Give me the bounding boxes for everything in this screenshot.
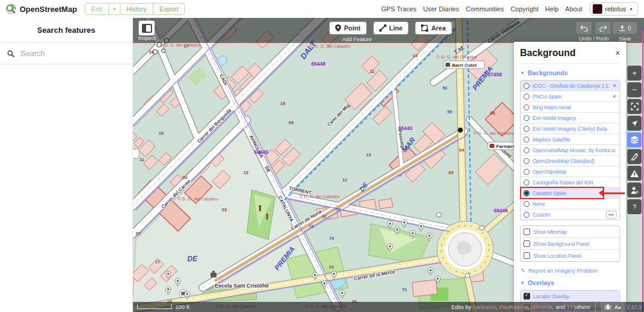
svg-text:11: 11 <box>370 69 374 74</box>
svg-text:Escola Sant Cristòfol: Escola Sant Cristòfol <box>215 283 269 289</box>
contributor-link[interactable]: d3cerda <box>532 304 552 310</box>
checkbox-icon[interactable] <box>524 240 530 247</box>
radio-icon[interactable] <box>524 201 530 207</box>
checkbox-icon[interactable] <box>524 252 530 259</box>
nav-link-copyright[interactable]: Copyright <box>510 5 538 13</box>
favorite-star-icon[interactable]: ★ <box>612 94 617 99</box>
roundabout <box>437 221 493 277</box>
undo-button[interactable] <box>576 22 592 34</box>
nav-link-gps-traces[interactable]: GPS Traces <box>381 5 416 13</box>
inspect-toggle-button[interactable] <box>138 20 155 36</box>
edit-dropdown-caret[interactable]: ▼ <box>109 3 120 15</box>
radio-icon[interactable] <box>524 115 530 121</box>
checkbox-icon[interactable] <box>524 293 530 299</box>
background-option-pnoa-spain[interactable]: PNOA Spain★ <box>521 91 620 101</box>
background-option-esri-world-imagery-clarity-beta[interactable]: Esri World Imagery (Clarity) Beta <box>521 123 620 134</box>
radio-icon[interactable] <box>524 126 530 132</box>
display-toggle-list: Show MinimapShow Background PanelShow Lo… <box>520 225 620 262</box>
contributor-link[interactable]: PauRivero4 <box>499 304 529 310</box>
toggle-show-minimap[interactable]: Show Minimap <box>521 226 620 237</box>
radio-icon[interactable] <box>524 212 530 218</box>
background-option-openaerialmap-mosaic-by-kontur-io[interactable]: OpenAerialMap Mosaic, by Kontur.io <box>521 144 620 155</box>
radio-icon[interactable] <box>524 83 530 89</box>
report-imagery-problem-link[interactable]: ✎ Report an Imagery Problem <box>521 267 620 274</box>
overlays-section-header[interactable]: ▼ Overlays <box>520 279 620 286</box>
export-button[interactable]: Export <box>153 3 185 15</box>
add-line-button[interactable]: Line <box>373 21 409 35</box>
undo-icon <box>580 25 588 32</box>
radio-icon[interactable] <box>524 180 530 186</box>
others-count-link[interactable]: 17 <box>566 304 573 310</box>
toggle-show-location-panel[interactable]: Show Location Panel <box>521 249 620 261</box>
checkbox-icon[interactable] <box>524 228 530 235</box>
svg-text:© D. G. del Catastro: © D. G. del Catastro <box>160 42 200 48</box>
background-option-custom[interactable]: Custom••• <box>521 209 620 220</box>
nav-link-about[interactable]: About <box>565 5 583 13</box>
custom-settings-button[interactable]: ••• <box>606 211 617 218</box>
add-point-button[interactable]: Point <box>329 21 367 35</box>
nav-link-help[interactable]: Help <box>545 5 559 13</box>
issues-button[interactable] <box>627 166 642 181</box>
history-button[interactable]: History <box>120 3 153 15</box>
map-data-button[interactable] <box>627 149 642 164</box>
save-button[interactable]: 0 <box>613 22 637 34</box>
poi-pill-barri-cotet[interactable]: Barri Cotet <box>444 61 485 69</box>
zoom-out-button[interactable]: − <box>627 82 642 97</box>
contributor-link[interactable]: carlesmo <box>473 304 496 310</box>
preferences-button[interactable] <box>627 183 642 197</box>
favorite-star-icon[interactable]: ★ <box>612 83 617 88</box>
zoom-in-button[interactable]: + <box>627 66 642 81</box>
nav-link-communities[interactable]: Communities <box>466 5 504 13</box>
help-button[interactable]: ? <box>627 199 642 214</box>
background-option-cartograf-a-r-ster-del-ign[interactable]: Cartografía Ráster del IGN <box>521 177 620 187</box>
close-icon[interactable]: × <box>615 48 620 58</box>
radio-icon[interactable] <box>524 137 530 143</box>
redo-button[interactable] <box>595 22 611 34</box>
svg-text:72: 72 <box>309 224 314 228</box>
background-option-label: Mapbox Satellite <box>532 137 570 143</box>
radio-icon[interactable] <box>524 169 530 175</box>
scale-bar <box>137 304 172 309</box>
background-option-opentopomap[interactable]: OpenTopoMap <box>521 166 620 177</box>
svg-text:74: 74 <box>329 236 334 240</box>
search-input[interactable] <box>19 48 117 58</box>
background-option-catastro-spain[interactable]: Catastro Spain <box>521 187 620 198</box>
svg-text:07: 07 <box>136 231 141 236</box>
background-option-openstreetmap-standard-[interactable]: OpenStreetMap (Standard) <box>521 155 620 166</box>
toggle-show-background-panel[interactable]: Show Background Panel <box>521 237 620 249</box>
radio-icon[interactable] <box>524 190 530 196</box>
nav-link-user-diaries[interactable]: User Diaries <box>423 5 459 13</box>
school-name-label: Escola Sant Cristòfol <box>215 283 269 289</box>
line-icon <box>379 24 386 32</box>
background-option-label: Esri World Imagery <box>532 115 576 121</box>
bearing-button[interactable] <box>627 116 642 131</box>
translate-icon[interactable]: Aa <box>615 304 621 310</box>
radio-icon[interactable] <box>524 147 530 153</box>
version-link[interactable]: 2.27.3 <box>627 304 642 310</box>
svg-text:09: 09 <box>149 50 154 55</box>
radio-icon[interactable] <box>524 94 530 100</box>
background-option-esri-world-imagery[interactable]: Esri World Imagery <box>521 112 620 123</box>
user-menu[interactable]: retiolus ▼ <box>590 2 638 16</box>
geolocate-button[interactable] <box>627 99 642 114</box>
geolocate-icon <box>631 103 639 110</box>
add-area-button[interactable]: Area <box>415 21 451 35</box>
edit-button[interactable]: Edit <box>85 3 109 15</box>
brand[interactable]: OpenStreetMap <box>0 3 77 15</box>
background-option-mapbox-satellite[interactable]: Mapbox Satellite <box>521 134 620 144</box>
svg-text:© D. G. del Catastro: © D. G. del Catastro <box>473 131 514 136</box>
backgrounds-section-header[interactable]: ▼ Backgrounds <box>520 69 620 76</box>
bug-report-icon[interactable] <box>604 304 612 310</box>
radio-icon[interactable] <box>524 158 530 164</box>
chevron-down-icon: ▼ <box>520 280 525 286</box>
radio-icon[interactable] <box>524 104 530 110</box>
background-option-icgc-ortofoto-de-catalunya-1-2-500-vigent[interactable]: ICGC - Ortofoto de Catalunya 1:2.500 vig… <box>521 81 620 91</box>
background-settings-button[interactable] <box>627 132 642 147</box>
add-feature-label: Add Feature <box>342 36 372 42</box>
locator-overlay-boundary <box>642 31 643 312</box>
background-option-bing-maps-aerial[interactable]: Bing Maps Aerial <box>521 101 620 112</box>
redo-icon <box>599 25 607 32</box>
map-canvas[interactable]: © D. G. del Catastro© D. G. del Catastro… <box>132 18 644 312</box>
background-option-none[interactable]: None <box>521 198 620 209</box>
overlay-option-locator-overlay[interactable]: Locator Overlay <box>521 291 620 302</box>
